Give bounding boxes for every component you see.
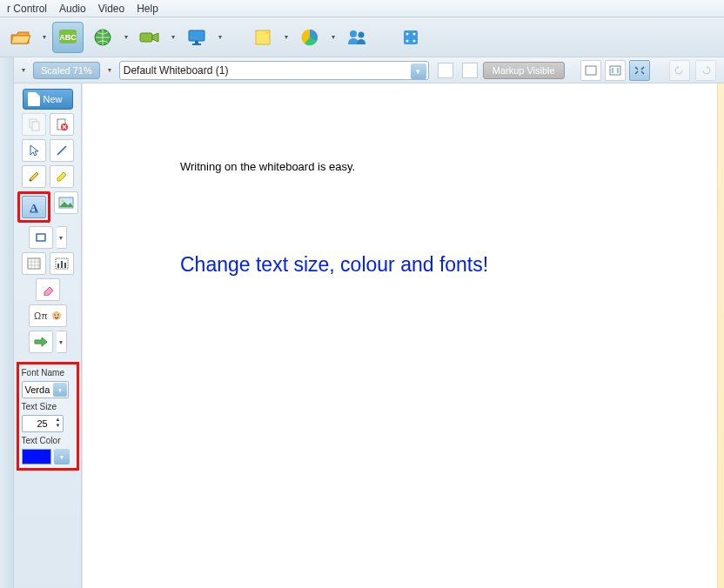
line-tool[interactable] xyxy=(50,139,74,162)
monitor-dropdown[interactable]: ▾ xyxy=(216,33,225,41)
page-icon xyxy=(28,92,40,106)
svg-point-14 xyxy=(406,39,409,42)
highlighter-tool[interactable] xyxy=(50,165,74,188)
grid-tool[interactable] xyxy=(22,252,46,275)
svg-point-36 xyxy=(57,314,58,315)
svg-line-22 xyxy=(57,146,66,155)
symbols-tool[interactable]: Ωπ xyxy=(29,304,67,327)
svg-rect-17 xyxy=(610,66,620,75)
text-color-swatch[interactable] xyxy=(22,449,51,464)
next-dropdown[interactable]: ▾ xyxy=(57,331,67,353)
menu-control[interactable]: r Control xyxy=(2,1,52,17)
sub-toolbar: ▾ Scaled 71% ▾ Default Whiteboard (1) ▾ … xyxy=(14,57,724,84)
svg-text:Ωπ: Ωπ xyxy=(34,311,48,321)
option-square-1[interactable] xyxy=(438,63,453,78)
film-button[interactable] xyxy=(395,22,426,53)
chart-tool[interactable] xyxy=(50,252,74,275)
svg-rect-27 xyxy=(37,234,45,241)
new-button-label: New xyxy=(44,94,63,104)
text-color-dropdown[interactable]: ▾ xyxy=(54,449,70,464)
shape-dropdown[interactable]: ▾ xyxy=(57,226,67,249)
open-folder-dropdown[interactable]: ▾ xyxy=(40,33,49,41)
image-tool[interactable] xyxy=(54,191,78,214)
rotate-left-button[interactable] xyxy=(669,60,690,81)
text-color-label: Text Color xyxy=(22,436,74,445)
chart-button[interactable] xyxy=(294,22,325,53)
users-button[interactable] xyxy=(341,22,372,53)
copy-tool[interactable] xyxy=(22,113,46,136)
svg-rect-32 xyxy=(64,263,66,268)
menubar: r Control Audio Video Help xyxy=(0,0,724,17)
svg-rect-31 xyxy=(61,261,63,268)
svg-point-12 xyxy=(406,32,409,35)
font-name-label: Font Name xyxy=(22,368,74,378)
select-tool[interactable] xyxy=(22,139,46,162)
menu-audio[interactable]: Audio xyxy=(54,1,91,17)
camera-button[interactable] xyxy=(134,22,165,53)
whiteboard-canvas[interactable]: Writning on the whiteboard is easy. Chan… xyxy=(82,84,717,588)
text-size-value: 25 xyxy=(37,418,47,429)
svg-rect-30 xyxy=(57,264,59,268)
chart-dropdown[interactable]: ▾ xyxy=(329,33,338,41)
menu-help[interactable]: Help xyxy=(131,1,164,17)
font-panel: Font Name Verda ▾ Text Size 25 ▲▼ Text C… xyxy=(17,362,79,471)
right-edge xyxy=(717,84,724,588)
text-size-input[interactable]: 25 ▲▼ xyxy=(22,415,64,432)
delete-page-tool[interactable] xyxy=(50,113,74,136)
font-name-select[interactable]: Verda ▾ xyxy=(22,381,69,398)
monitor-button[interactable] xyxy=(181,22,212,53)
open-folder-button[interactable] xyxy=(5,22,37,53)
option-square-2[interactable] xyxy=(462,63,478,78)
whiteboard-select[interactable]: Default Whiteboard (1) ▾ xyxy=(119,61,429,80)
svg-rect-5 xyxy=(195,41,198,43)
new-button[interactable]: New xyxy=(23,89,73,110)
scaled-dropdown[interactable]: ▾ xyxy=(105,66,114,74)
note-button[interactable] xyxy=(247,22,278,53)
svg-rect-11 xyxy=(404,30,418,44)
rotate-right-button[interactable] xyxy=(695,60,716,81)
svg-point-26 xyxy=(61,200,64,203)
svg-point-10 xyxy=(359,31,365,37)
fit-mode-3[interactable] xyxy=(629,60,650,81)
svg-point-13 xyxy=(413,32,416,35)
svg-rect-4 xyxy=(189,30,204,41)
whiteboard-select-value: Default Whiteboard (1) xyxy=(124,64,229,77)
sub-left-dropdown[interactable]: ▾ xyxy=(19,66,28,74)
camera-dropdown[interactable]: ▾ xyxy=(169,33,178,41)
main-toolbar: ▾ ABC ▾ ▾ ▾ ▾ ▾ xyxy=(0,17,724,57)
svg-text:ABC: ABC xyxy=(59,33,77,42)
svg-rect-19 xyxy=(32,122,39,130)
svg-point-35 xyxy=(54,314,55,315)
canvas-text-1[interactable]: Writning on the whiteboard is easy. xyxy=(180,160,355,173)
text-tool[interactable]: A xyxy=(22,196,46,218)
rectangle-tool[interactable] xyxy=(29,226,53,249)
note-dropdown[interactable]: ▾ xyxy=(282,33,291,41)
spinner-arrows[interactable]: ▲▼ xyxy=(56,417,61,429)
next-tool[interactable] xyxy=(29,331,53,353)
text-size-label: Text Size xyxy=(22,402,74,411)
tool-sidebar: New A ▾ Ω xyxy=(14,84,82,588)
svg-rect-16 xyxy=(586,66,596,75)
dropdown-icon: ▾ xyxy=(53,383,67,397)
globe-dropdown[interactable]: ▾ xyxy=(122,33,131,41)
menu-video[interactable]: Video xyxy=(93,1,130,17)
svg-point-15 xyxy=(413,39,416,42)
dropdown-icon: ▾ xyxy=(411,63,426,79)
svg-rect-3 xyxy=(140,33,152,42)
pencil-tool[interactable] xyxy=(22,165,46,188)
svg-point-9 xyxy=(350,30,357,37)
whiteboard-button[interactable]: ABC xyxy=(52,22,84,53)
eraser-tool[interactable] xyxy=(36,278,60,301)
markup-visible-button[interactable]: Markup Visible xyxy=(483,62,565,79)
canvas-text-2[interactable]: Change text size, colour and fonts! xyxy=(180,253,488,277)
fit-mode-1[interactable] xyxy=(580,60,601,81)
globe-button[interactable] xyxy=(87,22,118,53)
font-name-value: Verda xyxy=(25,384,50,395)
scaled-label[interactable]: Scaled 71% xyxy=(33,62,100,79)
svg-rect-6 xyxy=(192,43,201,45)
fit-mode-2[interactable] xyxy=(605,60,626,81)
